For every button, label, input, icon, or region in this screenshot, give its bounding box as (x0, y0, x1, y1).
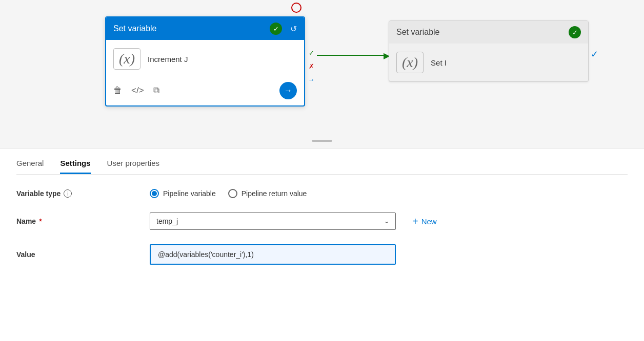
card-inactive-check: ✓ (569, 26, 581, 38)
card-active-footer: 🗑 </> ⧉ → (106, 78, 304, 105)
plus-icon: + (412, 216, 418, 227)
connector-failure[interactable]: ✗ (306, 60, 317, 72)
radio-pipeline-return[interactable]: Pipeline return value (228, 189, 307, 198)
value-input-content: @add(variables('counter_i'),1) (158, 250, 254, 259)
chevron-down-icon: ⌄ (384, 218, 389, 225)
new-button[interactable]: + New (412, 216, 437, 227)
copy-icon[interactable]: ⧉ (153, 86, 159, 96)
value-row: Value @add(variables('counter_i'),1) (16, 244, 628, 265)
card-inactive-label: Set I (431, 58, 447, 67)
value-label: Value (16, 250, 150, 259)
delete-icon[interactable]: 🗑 (113, 86, 122, 96)
required-asterisk: * (39, 217, 42, 225)
divider-handle[interactable] (312, 140, 332, 142)
red-circle-connector[interactable] (291, 3, 301, 13)
next-button[interactable]: → (279, 82, 297, 99)
radio-pipeline-variable[interactable]: Pipeline variable (150, 189, 216, 198)
variable-x-icon-inactive: (x) (396, 52, 424, 73)
new-label: New (421, 217, 437, 226)
card-inactive-body: (x) Set I (389, 44, 588, 81)
right-side-check[interactable]: ✓ (591, 49, 598, 60)
form-area: Variable type i Pipeline variable Pipeli… (16, 175, 628, 265)
card-active-check: ✓ (270, 23, 282, 35)
name-row: Name * temp_j ⌄ + New (16, 212, 628, 230)
tab-user-properties[interactable]: User properties (107, 159, 160, 174)
value-controls: @add(variables('counter_i'),1) (150, 244, 628, 265)
card-inactive-title: Set variable (396, 28, 440, 37)
arrow-line (317, 55, 385, 56)
card-inactive-header: Set variable ✓ (389, 21, 588, 44)
refresh-icon[interactable]: ↺ (290, 24, 297, 34)
name-label: Name * (16, 217, 150, 225)
card-active-title: Set variable (113, 24, 157, 33)
card-set-variable-inactive: Set variable ✓ (x) Set I (389, 20, 589, 82)
tabs-bar: General Settings User properties (16, 148, 628, 175)
name-controls: temp_j ⌄ + New (150, 212, 628, 230)
card-active-header: Set variable ✓ ↺ (106, 17, 304, 40)
radio-pipeline-variable-circle[interactable] (150, 189, 159, 198)
variable-type-row: Variable type i Pipeline variable Pipeli… (16, 189, 628, 198)
card-active-label: Increment J (148, 55, 188, 63)
card-active-body: (x) Increment J (106, 40, 304, 78)
value-input[interactable]: @add(variables('counter_i'),1) (150, 244, 396, 265)
info-icon[interactable]: i (64, 189, 72, 198)
code-icon[interactable]: </> (131, 86, 144, 96)
variable-type-controls: Pipeline variable Pipeline return value (150, 189, 628, 198)
connector-success[interactable]: ✓ (306, 47, 317, 58)
tab-general[interactable]: General (16, 159, 44, 174)
variable-x-icon-active: (x) (113, 48, 140, 70)
connector-panel: ✓ ✗ → (306, 47, 317, 85)
radio-group: Pipeline variable Pipeline return value (150, 189, 307, 198)
name-dropdown-value: temp_j (156, 217, 384, 225)
canvas-area: Set variable ✓ ↺ (x) Increment J 🗑 </> ⧉… (0, 0, 644, 148)
bottom-panel: General Settings User properties Variabl… (0, 148, 644, 265)
variable-type-label: Variable type i (16, 189, 150, 198)
name-dropdown[interactable]: temp_j ⌄ (150, 212, 396, 230)
flow-arrow: ▶ (317, 55, 390, 56)
connector-completion[interactable]: → (306, 74, 317, 85)
radio-pipeline-return-circle[interactable] (228, 189, 237, 198)
tab-settings[interactable]: Settings (60, 159, 90, 174)
card-set-variable-active: Set variable ✓ ↺ (x) Increment J 🗑 </> ⧉… (105, 16, 305, 106)
